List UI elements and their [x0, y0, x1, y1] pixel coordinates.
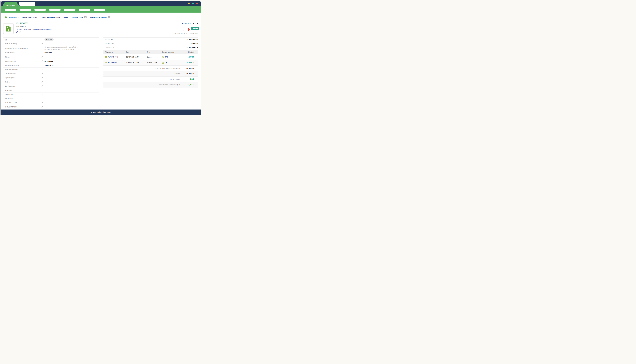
- edit-pencil-icon[interactable]: [19, 32, 21, 33]
- field-label: Date facturation: [5, 52, 16, 54]
- summary-value: 0,00 €: [180, 84, 198, 86]
- minimize-dot-icon[interactable]: [188, 2, 190, 4]
- brand-logo-text: NextGestion: [6, 4, 15, 6]
- field-row-origine: Origine: [4, 55, 99, 59]
- window-controls: [188, 2, 198, 4]
- edit-pencil-icon[interactable]: [41, 56, 43, 58]
- edit-pencil-icon[interactable]: [41, 85, 43, 87]
- menu-pill[interactable]: [94, 9, 105, 11]
- payment-date: 12/08/2025 12:00: [126, 56, 147, 58]
- back-to-list-link[interactable]: Retour liste: [182, 22, 191, 24]
- main-menubar: [1, 6, 201, 12]
- summary-value: 30 000,00: [180, 67, 198, 69]
- tab-label: Événements/Agenda: [90, 16, 107, 18]
- field-label: Note de frais: [5, 98, 13, 100]
- field-row-cond-reglement: Cond. règlement A réception: [4, 59, 99, 64]
- type-badge: Standard: [45, 38, 54, 41]
- info-icon: [15, 43, 17, 44]
- field-row-destination: Destination: [4, 88, 99, 92]
- payment-link[interactable]: PAY2509-0002: [105, 62, 126, 64]
- payment-row: PAY2509-0002 19/09/2025 12:00 Espèce 123…: [104, 60, 198, 66]
- edit-pencil-icon[interactable]: [41, 73, 43, 74]
- total-value: 30 000,00 MAD: [187, 47, 198, 49]
- summary-row-deja-regle: Déjà réglé (hors avoirs et acomptes) 30 …: [104, 66, 198, 71]
- project-line: [17, 31, 21, 33]
- ref-client-label: Réf. client: [17, 26, 24, 28]
- edit-pencil-icon[interactable]: [41, 102, 43, 104]
- field-row-reductions: Réductions ou crédits disponibles Ce cli…: [4, 46, 99, 51]
- edit-pencil-icon[interactable]: [41, 106, 43, 108]
- close-dot-icon[interactable]: [196, 2, 198, 4]
- menu-pill[interactable]: [5, 9, 16, 11]
- field-row-note-de-frais: Note de frais: [4, 97, 99, 101]
- edit-pencil-icon[interactable]: [77, 46, 78, 48]
- total-row-ht: Montant HT 30 000,00 MAD: [104, 38, 198, 42]
- edit-pencil-icon[interactable]: [41, 43, 43, 44]
- invoice-ref: IN2508-0001: [17, 22, 28, 24]
- events-count-badge: 4: [108, 16, 110, 18]
- client-link[interactable]: Client générique TakePOS (Autres facture…: [17, 28, 52, 30]
- field-row-tags-categories: Tags/catégories: [4, 76, 99, 80]
- tab-label: Facture client: [8, 16, 19, 18]
- menu-pill[interactable]: [34, 9, 46, 11]
- field-label: RefCmd: [5, 81, 10, 83]
- previous-invoice-chevron-icon[interactable]: [193, 23, 194, 24]
- field-row-be-cim-ivoire: N° BE CIM IVOIRE: [4, 101, 99, 105]
- brand-tab[interactable]: NextGestion: [2, 2, 19, 6]
- tab-notes[interactable]: Notes: [62, 16, 70, 20]
- next-invoice-chevron-icon[interactable]: [197, 23, 198, 24]
- payment-date: 19/09/2025 12:00: [126, 62, 147, 64]
- menu-pill[interactable]: [20, 9, 31, 11]
- footer-url: www.nextgestion.com: [91, 111, 111, 113]
- tab-label: Fichiers joints: [72, 16, 83, 18]
- total-row-ttc: Montant TTC 30 000,00 MAD: [104, 46, 198, 50]
- payments-header-date: Date: [126, 51, 147, 53]
- status-badge: Payée: [191, 27, 199, 30]
- redacted-tab[interactable]: [19, 2, 35, 6]
- attachments-count-badge: 1: [84, 16, 87, 18]
- field-label: N° BE CIM IVOIRE: [5, 102, 18, 104]
- field-label: NumBISococim: [5, 85, 15, 87]
- field-label: Date limite règlement: [5, 64, 19, 66]
- invoice-icon-card: [4, 24, 13, 34]
- edit-pencil-icon[interactable]: [41, 90, 43, 91]
- field-label: Destination: [5, 90, 12, 91]
- menu-pill[interactable]: [49, 9, 61, 11]
- edit-pencil-icon[interactable]: [41, 69, 43, 70]
- bank-icon: [162, 62, 164, 64]
- field-row-numbisococim: NumBISococim: [4, 84, 99, 88]
- payments-header-type: Type: [147, 51, 162, 53]
- field-label: Mode de règlement: [5, 69, 18, 70]
- summary-value: 30 000,00: [180, 73, 198, 75]
- tab-facture-client[interactable]: Facture client: [3, 16, 20, 20]
- tab-ordres-prelevements[interactable]: Ordres de prélèvements: [39, 16, 62, 20]
- edit-pencil-icon[interactable]: [41, 77, 43, 79]
- field-row-compte-bancaire: Compte bancaire: [4, 72, 99, 76]
- menu-pill[interactable]: [79, 9, 90, 11]
- tab-contacts-adresses[interactable]: Contacts/Adresses: [20, 16, 39, 20]
- invoice-document-icon: [6, 26, 11, 32]
- accounting-transfer-note: Pas encore transféré en comptabilité: [173, 32, 198, 34]
- cash-icon: [105, 62, 107, 64]
- window-bottom-edge: [0, 115, 201, 115]
- field-label: Cond. règlement: [5, 60, 16, 62]
- app-window: NextGestion Facture client Contacts/Adre…: [1, 1, 201, 115]
- cash-icon: [105, 56, 107, 58]
- tab-label: Ordres de prélèvements: [41, 16, 60, 18]
- payment-type: Espèce 12345: [147, 62, 162, 64]
- menu-pill[interactable]: [64, 9, 76, 11]
- payment-link[interactable]: PAY2508-0001: [105, 56, 126, 58]
- summary-label: Reste à payer: [170, 78, 180, 80]
- maximize-dot-icon[interactable]: [192, 2, 194, 4]
- edit-pencil-icon[interactable]: [41, 60, 43, 62]
- edit-pencil-icon[interactable]: [41, 81, 43, 83]
- summary-label: Reste impayé, devise d'origine: [159, 84, 180, 86]
- tab-fichiers-joints[interactable]: Fichiers joints 1: [70, 16, 88, 20]
- bank-account-link[interactable]: CIH: [162, 62, 180, 64]
- edit-pencil-icon[interactable]: [41, 94, 43, 95]
- sitemap-project-icon[interactable]: [17, 31, 18, 33]
- edit-pencil-icon[interactable]: [41, 64, 43, 66]
- edit-pencil-icon[interactable]: [24, 26, 26, 28]
- tab-evenements-agenda[interactable]: Événements/Agenda 4: [88, 16, 112, 20]
- bank-account-link[interactable]: RTE: [162, 56, 180, 58]
